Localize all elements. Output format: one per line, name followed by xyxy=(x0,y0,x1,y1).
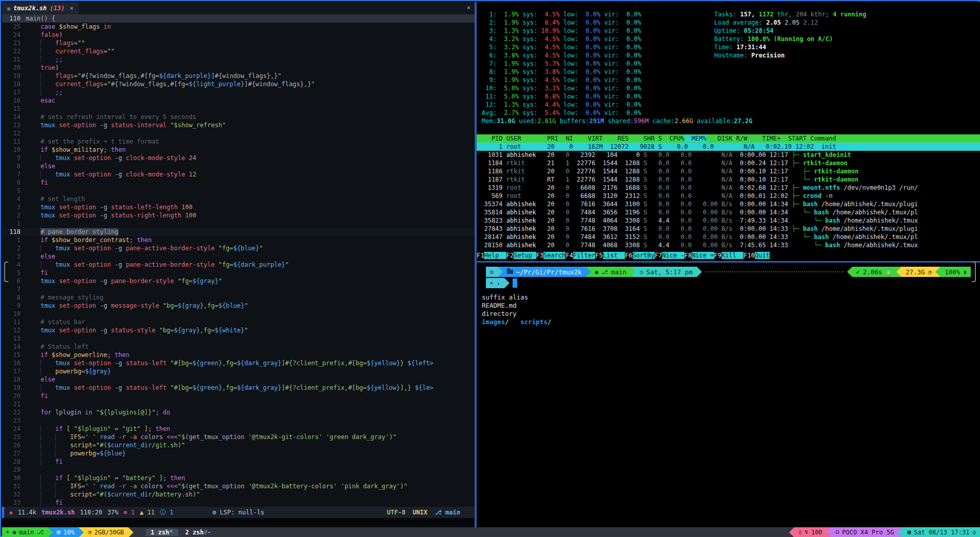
code-line: 8 # message styling xyxy=(2,293,475,302)
lsp-status: ⚙ LSP: null-ls xyxy=(212,509,264,516)
shell-output-line: directory xyxy=(482,310,980,318)
branch-icon: ⎇ xyxy=(601,269,608,275)
powerline-separator xyxy=(935,267,940,277)
buffer-title: tmux2k.sh xyxy=(13,5,47,12)
line-number: 13 xyxy=(2,121,26,129)
code-line: 5 xyxy=(2,187,475,195)
segment-label: Sat, 5:17 pm xyxy=(646,268,693,276)
warning-count: ▲ 11 xyxy=(140,509,155,516)
code-line: 6 fi xyxy=(2,178,475,187)
process-row[interactable]: 28147 abhishek 20 0 7484 3612 3152 S 0.0… xyxy=(477,233,980,241)
powerline-separator xyxy=(504,278,509,288)
cpu-meter-row: 3: 1.3% sys: 10.9% low: 0.0% vir: 0.0% xyxy=(482,27,752,35)
close-buffer-icon[interactable]: × xyxy=(70,5,73,12)
line-number: 6 xyxy=(2,178,26,187)
encoding: UTF-8 xyxy=(387,509,405,516)
clock-icon: ◷ xyxy=(640,269,643,275)
fkey-f2-button[interactable]: F2Setup xyxy=(506,251,536,260)
process-row[interactable]: 1031 abhishek 20 0 2392 104 0 S 0.0 0.0 … xyxy=(477,151,980,159)
line-number: 18 xyxy=(2,80,26,88)
scroll-percent: 37% xyxy=(107,509,119,516)
line-number: 20 xyxy=(2,64,26,72)
line-number: 29 xyxy=(2,466,26,474)
line-endings: UNIX xyxy=(413,509,427,516)
cpu-meter-row: 8: 1.9% sys: 3.8% low: 0.0% vir: 0.0% xyxy=(482,68,752,76)
code-line: 27 ▏ ▏ powerbg=${blue} xyxy=(2,449,475,458)
segment-label: 27.3G xyxy=(906,268,925,276)
process-row[interactable]: 1184 rtkit 21 1 22776 1544 1288 S 0.0 0.… xyxy=(477,159,980,167)
system-info-row: Battery: 100.0% (Running on A/C) xyxy=(714,35,866,43)
process-row[interactable]: 35814 abhishek 20 0 7484 3656 3196 S 0.0… xyxy=(477,208,980,216)
fkey-f7-button[interactable]: F7Nice - xyxy=(655,251,684,260)
fkey-f6-button[interactable]: F6SortBy xyxy=(625,251,655,260)
line-number: 15 xyxy=(2,351,26,359)
cpu-meter-row: 9: 1.9% sys: 4.5% low: 0.0% vir: 0.0% xyxy=(482,76,752,84)
code-line: 118 # pane border styling xyxy=(2,228,475,236)
code-line: 3 else xyxy=(2,252,475,261)
os-segment: ⊡ xyxy=(486,267,498,277)
fkey-f8-button[interactable]: F8Nice + xyxy=(684,251,714,260)
system-info-row: Load average: 2.05 2.05 2.12 xyxy=(714,18,866,27)
terminal-cursor[interactable] xyxy=(513,279,517,288)
git-branch: ⎇ main xyxy=(435,509,460,516)
process-table-header[interactable]: PID USER PRI NI VIRT RES SHR S CPU% MEM%… xyxy=(477,134,980,143)
process-row[interactable]: 1319 root 20 0 6608 2176 1688 S 0.0 0.0 … xyxy=(477,184,980,192)
line-number: 23 xyxy=(2,416,26,425)
line-number: 27 xyxy=(2,449,26,458)
tmux-window-2[interactable]: 2 zsh#- xyxy=(180,529,217,536)
wifi-icon: ☊ xyxy=(836,529,839,535)
line-number: 13 xyxy=(2,334,26,343)
cpu-meter-row: 11: 5.0% sys: 6.8% low: 0.0% vir: 0.0% xyxy=(482,92,752,101)
hourglass-icon: ⌛ xyxy=(885,269,892,275)
process-row[interactable]: 569 root 20 0 6688 3120 2312 S 0.0 0.0 N… xyxy=(477,192,980,200)
code-line: 9 tmux set-option -g message-style "bg=$… xyxy=(2,302,475,310)
cpu-meter-row: 10: 5.0% sys: 3.1% low: 0.0% vir: 0.0% xyxy=(482,84,752,92)
code-area[interactable]: 110main() {25 case $show_flags in24 fals… xyxy=(2,14,475,507)
cpu-segment: ▤10% xyxy=(53,527,79,537)
process-row[interactable]: 28150 abhishek 20 0 7748 4068 3308 S 4.4… xyxy=(477,241,980,249)
shell-output-line: images/ scripts/ xyxy=(482,318,980,326)
segment-label: 2.06s xyxy=(863,268,883,276)
powerline-separator xyxy=(898,527,903,537)
fkey-f5-button[interactable]: F5List xyxy=(595,251,625,260)
code-line: 12 tmux set-option -g status-style "bg=$… xyxy=(2,326,475,334)
path-segment: ~/Pr/Gi/Pr/tmux2k xyxy=(503,267,586,277)
ram-icon: ◔ xyxy=(88,529,91,535)
line-number: 24 xyxy=(2,31,26,39)
editor-pane: ▣ tmux2k.sh (13) × × 110main() {25 case … xyxy=(2,2,475,527)
fkey-f3-button[interactable]: F3Search xyxy=(536,251,566,260)
fkey-f10-button[interactable]: F10Quit xyxy=(743,251,770,260)
buffer-tab[interactable]: ▣ tmux2k.sh (13) × xyxy=(2,2,79,14)
process-row[interactable]: 1187 rtkit RT 1 22776 1544 1288 S 0.0 0.… xyxy=(477,175,980,184)
powerline-separator xyxy=(498,267,503,277)
powerline-separator xyxy=(79,527,84,537)
code-line: 22 ▏ current_flags="" xyxy=(2,47,475,55)
powerline-separator xyxy=(48,527,53,537)
terminal-pane[interactable]: ⊡~/Pr/Gi/Pr/tmux2k◉⎇main◷Sat, 5:17 pm✔2.… xyxy=(477,263,980,527)
segment-label: 100 xyxy=(811,529,822,536)
line-number: 1 xyxy=(2,220,26,228)
fkey-f9-button[interactable]: F9Kill xyxy=(714,251,744,260)
clock-icon: ◷ xyxy=(972,529,976,535)
cpu-meter-row: 6: 3.8% sys: 4.5% low: 0.0% vir: 0.0% xyxy=(482,51,752,59)
line-number: 31 xyxy=(2,482,26,490)
line-number: 25 xyxy=(2,23,26,31)
process-row[interactable]: 1 root 20 0 162M 12072 9028 S 0.0 0.0 N/… xyxy=(477,143,980,151)
prompt-line-2[interactable]: ➤› xyxy=(486,278,980,288)
code-line: 7 ▏ tmux set-option -g clock-mode-style … xyxy=(2,170,475,178)
close-all-icon[interactable]: × xyxy=(467,4,471,11)
system-info-row: Uptime: 05:28:54 xyxy=(714,27,866,35)
fkey-f1-button[interactable]: F1Help xyxy=(477,251,506,260)
code-line: 15 if $show_powerline; then xyxy=(2,351,475,359)
fkey-f4-button[interactable]: F4Filter xyxy=(565,251,595,260)
process-row[interactable]: 35823 abhishek 20 0 7748 4064 3308 S 4.4… xyxy=(477,216,980,225)
command-line[interactable] xyxy=(2,518,475,527)
code-line: 14 # sets refresh interval to every 5 se… xyxy=(2,113,475,121)
tmux-window-1[interactable]: 1 zsh* xyxy=(146,529,178,536)
process-row[interactable]: 27843 abhishek 20 0 7616 3708 3164 S 0.0… xyxy=(477,225,980,233)
system-info-row: Tasks: 157, 1172 thr, 204 kthr; 4 runnin… xyxy=(714,10,866,18)
segment-label: › xyxy=(497,280,501,287)
git-segment: ◉⎇main xyxy=(591,267,631,277)
process-row[interactable]: 1186 rtkit 20 0 22776 1544 1288 S 0.0 0.… xyxy=(477,167,980,175)
process-row[interactable]: 35374 abhishek 20 0 7616 3644 3100 S 0.0… xyxy=(477,200,980,208)
